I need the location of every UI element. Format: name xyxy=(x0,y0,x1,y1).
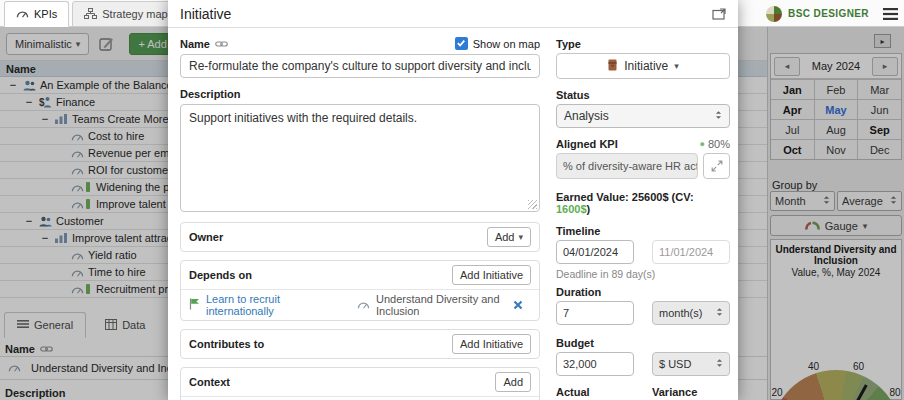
earned-value-text: Earned Value: 25600$ (CV: xyxy=(556,191,694,203)
actual-label: Actual xyxy=(556,386,634,398)
aligned-kpi-label: Aligned KPI xyxy=(556,138,618,150)
description-label: Description xyxy=(180,88,540,100)
owner-add-button[interactable]: Add ▾ xyxy=(487,227,531,247)
status-label: Status xyxy=(556,89,730,101)
depends-on-item: Learn to recruit internationally Underst… xyxy=(181,289,539,320)
kpis-tab-icon xyxy=(16,8,29,20)
initiative-dialog: Initiative Name Show on map Description … xyxy=(168,0,738,400)
context-label: Context xyxy=(189,376,495,388)
logo-area: BSC DESIGNER xyxy=(766,0,898,27)
duration-label: Duration xyxy=(556,286,730,298)
context-item: Understand Diversity and Inclusion xyxy=(181,396,539,400)
status-select[interactable]: Analysis xyxy=(556,104,730,128)
currency-select[interactable]: $ USD xyxy=(652,352,730,376)
type-value: Initiative xyxy=(624,59,668,73)
app-root: KPIs Strategy map BSC DESIGNER Minimalis… xyxy=(0,0,904,400)
dialog-left-column: Name Show on map Description Support ini… xyxy=(180,28,540,400)
kpi-gauge-icon xyxy=(357,299,370,311)
show-on-map-label: Show on map xyxy=(473,38,540,50)
tab-strategy-map[interactable]: Strategy map xyxy=(72,1,179,27)
progress-dot-icon: ● xyxy=(700,139,705,149)
duration-input[interactable] xyxy=(556,301,634,325)
owner-label: Owner xyxy=(189,231,487,243)
dialog-header: Initiative xyxy=(168,0,738,28)
owner-panel: Owner Add ▾ xyxy=(180,222,540,252)
dialog-right-column: Type Initiative ▾ Status Analysis Aligne… xyxy=(556,28,730,400)
depends-on-label: Depends on xyxy=(189,269,452,281)
show-on-map-checkbox[interactable] xyxy=(455,37,468,50)
currency-value: $ USD xyxy=(659,358,713,370)
cost-variance-value: 1600$ xyxy=(556,203,587,215)
select-arrows-icon xyxy=(716,307,723,319)
name-label: Name xyxy=(180,38,210,50)
type-dropdown[interactable]: Initiative ▾ xyxy=(556,53,730,79)
initiative-type-icon xyxy=(607,59,618,74)
dialog-title: Initiative xyxy=(180,6,712,22)
deadline-note: Deadline in 89 day(s) xyxy=(556,268,730,280)
description-textarea[interactable]: Support initiatives with the required de… xyxy=(180,104,540,212)
timeline-label: Timeline xyxy=(556,225,730,237)
remove-dependency-icon[interactable] xyxy=(504,300,531,310)
aligned-kpi-field: % of diversity-aware HR activities xyxy=(556,153,698,179)
duration-unit-value: month(s) xyxy=(659,307,713,319)
end-date-input[interactable] xyxy=(652,240,730,264)
type-label: Type xyxy=(556,38,730,50)
kpi-progress: ● 80% xyxy=(700,138,730,150)
depends-initiative-link[interactable]: Learn to recruit internationally xyxy=(206,293,319,317)
context-add-button[interactable]: Add xyxy=(495,372,531,392)
strategy-map-tab-icon xyxy=(84,8,97,21)
depends-on-panel: Depends on Add Initiative Learn to recru… xyxy=(180,260,540,321)
hamburger-menu-icon[interactable] xyxy=(883,8,898,20)
contributes-to-panel: Contributes to Add Initiative xyxy=(180,329,540,359)
link-icon xyxy=(215,38,228,50)
aligned-kpi-row: Aligned KPI ● 80% xyxy=(556,138,730,150)
select-arrows-icon xyxy=(716,358,723,370)
contributes-add-initiative-button[interactable]: Add Initiative xyxy=(452,334,531,354)
earned-value-line: Earned Value: 25600$ (CV: 1600$) xyxy=(556,191,730,215)
tab-strategy-map-label: Strategy map xyxy=(102,8,167,20)
select-arrows-icon xyxy=(715,109,722,123)
budget-label: Budget xyxy=(556,337,730,349)
variance-label: Variance xyxy=(652,386,730,398)
kpi-progress-value: 80% xyxy=(708,138,730,150)
chevron-down-icon: ▾ xyxy=(674,61,679,71)
depends-target-kpi: Understand Diversity and Inclusion xyxy=(376,293,504,317)
check-icon xyxy=(456,38,466,50)
bsc-designer-logo-icon xyxy=(766,6,782,22)
tab-kpis-label: KPIs xyxy=(34,8,57,20)
earned-value-suffix: ) xyxy=(587,203,591,215)
resize-handle[interactable] xyxy=(528,200,537,209)
depends-add-initiative-button[interactable]: Add Initiative xyxy=(452,265,531,285)
contributes-to-label: Contributes to xyxy=(189,338,452,350)
initiative-name-input[interactable] xyxy=(180,54,540,78)
open-in-window-icon[interactable] xyxy=(712,8,726,20)
owner-add-label: Add xyxy=(495,231,515,243)
status-value: Analysis xyxy=(564,109,711,123)
initiative-flag-icon xyxy=(189,298,200,312)
open-kpi-button[interactable] xyxy=(703,153,730,179)
context-panel: Context Add Understand Diversity and Inc… xyxy=(180,367,540,400)
tab-kpis[interactable]: KPIs xyxy=(4,1,69,27)
start-date-input[interactable] xyxy=(556,240,634,264)
duration-unit-select[interactable]: month(s) xyxy=(652,301,730,325)
chevron-down-icon: ▾ xyxy=(518,232,523,242)
budget-input[interactable] xyxy=(556,352,634,376)
logo-text: BSC DESIGNER xyxy=(788,8,869,19)
